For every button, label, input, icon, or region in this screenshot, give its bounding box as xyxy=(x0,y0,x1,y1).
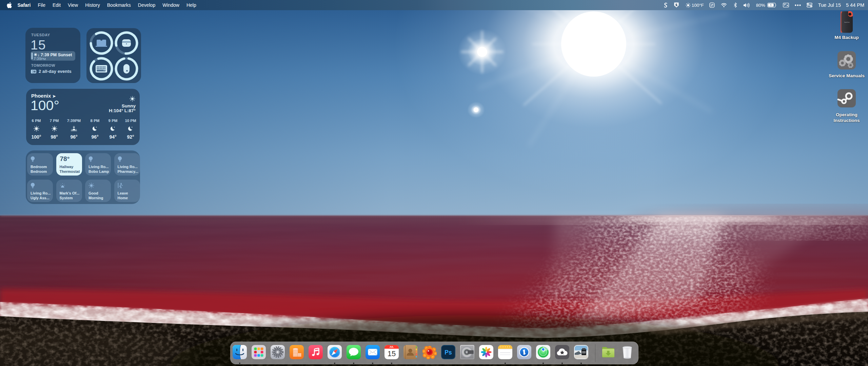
svg-text:JUL: JUL xyxy=(390,346,394,348)
svg-text:SanDisk: SanDisk xyxy=(844,21,850,23)
svg-text:15: 15 xyxy=(388,349,396,358)
svg-text:Ps: Ps xyxy=(445,349,452,356)
